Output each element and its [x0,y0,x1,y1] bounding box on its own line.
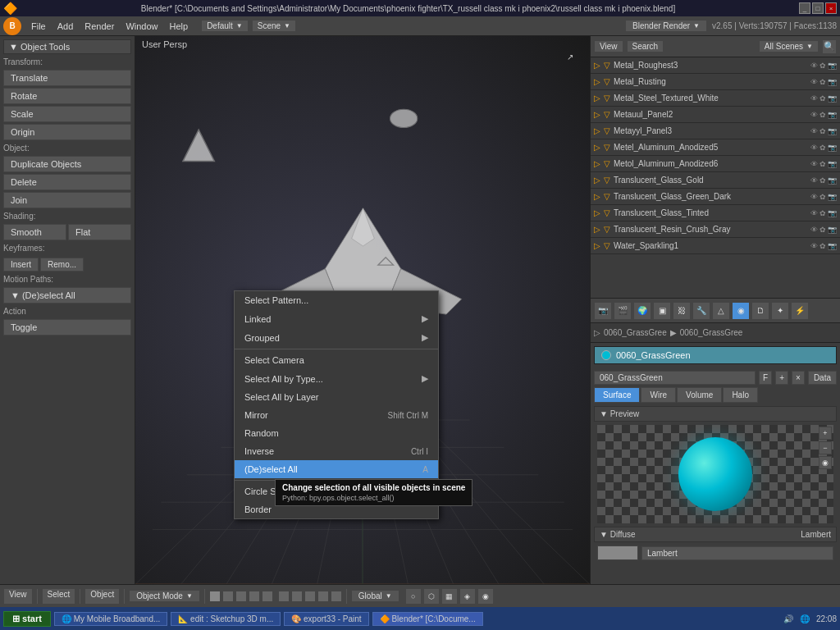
material-view-btn[interactable]: ◈ [459,588,476,605]
object-props-btn[interactable]: ▣ [653,302,671,320]
list-item[interactable]: ▷ ▽ Metayyl_Panel3 👁 ✿ 📷 [591,123,840,139]
cursor-icon[interactable]: ✿ [819,193,826,201]
ctx-select-all-layer[interactable]: Select All by Layer [235,388,438,406]
render-icon[interactable]: 📷 [828,127,837,135]
render-icon[interactable]: 📷 [828,62,837,70]
render-icon[interactable]: 📷 [828,193,837,201]
layer-btn-4[interactable] [249,591,260,602]
texture-props-btn[interactable]: 🗋 [751,302,769,320]
eye-icon[interactable]: 👁 [810,176,818,185]
eye-icon[interactable]: 👁 [810,193,818,201]
list-item[interactable]: ▷ ▽ Translucent_Resin_Crush_Gray 👁 ✿ 📷 [591,221,840,238]
rotate-button[interactable]: Rotate [3,88,131,104]
layer-btn-8[interactable] [304,591,316,602]
layer-btn-1[interactable] [209,591,221,602]
cursor-icon[interactable]: ✿ [819,94,826,103]
render-props-btn[interactable]: 📷 [594,302,612,320]
taskbar-item-browser[interactable]: 🌐 My Mobile Broadband... [54,612,167,626]
close-button[interactable]: × [825,2,837,14]
flat-button[interactable]: Flat [68,224,131,240]
outliner-search-icon-btn[interactable]: 🔍 [822,39,837,54]
breadcrumb-item-1[interactable]: 0060_GrassGree [604,328,667,337]
renderer-selector[interactable]: Blender Render [632,21,690,30]
ctx-random[interactable]: Random [235,424,438,442]
render-icon[interactable]: 📷 [828,209,837,217]
rendered-view-btn[interactable]: ◉ [477,588,494,605]
material-button[interactable]: 0060_GrassGreen [594,346,837,364]
taskbar-item-blender[interactable]: 🔶 Blender* [C:\Docume... [372,612,483,626]
viewport-view-btn[interactable]: View [3,588,33,605]
wire-tab[interactable]: Wire [641,387,676,403]
material-props-btn[interactable]: ◉ [732,302,750,320]
cursor-icon[interactable]: ✿ [819,226,826,234]
ctx-select-camera[interactable]: Select Camera [235,351,438,369]
eye-icon[interactable]: 👁 [810,62,818,70]
layer-btn-9[interactable] [317,591,329,602]
render-icon[interactable]: 📷 [828,160,837,168]
eye-icon[interactable]: 👁 [810,127,818,135]
ctx-inverse[interactable]: Inverse Ctrl I [235,442,438,460]
start-button[interactable]: ⊞ start [3,611,51,627]
list-item[interactable]: ▷ ▽ Metal_Roughest3 👁 ✿ 📷 [591,57,840,74]
mat-data-btn[interactable]: Data [808,371,837,385]
surface-tab[interactable]: Surface [594,387,640,403]
list-item[interactable]: ▷ ▽ Metol_Aluminum_Anodized6 👁 ✿ 📷 [591,156,840,172]
preview-zoom-in[interactable]: + [819,427,832,440]
eye-icon[interactable]: 👁 [810,144,818,152]
list-item[interactable]: ▷ ▽ Metal_Rusting 👁 ✿ 📷 [591,74,840,90]
render-icon[interactable]: 📷 [828,242,837,250]
cursor-icon[interactable]: ✿ [819,78,826,86]
render-icon[interactable]: 📷 [828,111,837,119]
cursor-icon[interactable]: ✿ [819,144,826,152]
list-item[interactable]: ▷ ▽ Metel_Aluminum_Anodized5 👁 ✿ 📷 [591,139,840,156]
layer-btn-10[interactable] [331,591,342,602]
cursor-icon[interactable]: ✿ [819,176,826,185]
diffuse-color-swatch[interactable] [597,546,638,560]
breadcrumb-item-2[interactable]: 0060_GrassGree [680,328,743,337]
mat-x-btn[interactable]: × [792,371,805,385]
layer-btn-7[interactable] [291,591,303,602]
cursor-icon[interactable]: ✿ [819,127,826,135]
data-props-btn[interactable]: △ [712,302,730,320]
eye-icon[interactable]: 👁 [810,226,818,234]
list-item[interactable]: ▷ ▽ Translucent_Glass_Gold 👁 ✿ 📷 [591,172,840,189]
duplicate-objects-button[interactable]: Duplicate Objects [3,156,131,172]
object-mode-selector[interactable]: Object Mode ▼ [129,590,200,602]
menu-file[interactable]: File [26,20,51,33]
ctx-grouped[interactable]: Grouped ▶ [235,328,438,347]
eye-icon[interactable]: 👁 [810,111,818,119]
scene-scope-selector[interactable]: All Scenes ▼ [759,40,819,52]
halo-tab[interactable]: Halo [723,387,758,403]
list-item[interactable]: ▷ ▽ Metal_Steel_Textured_White 👁 ✿ 📷 [591,90,840,107]
ctx-select-pattern[interactable]: Select Pattern... [235,291,438,309]
render-icon[interactable]: 📷 [828,78,837,86]
mat-plus-btn[interactable]: + [775,371,788,385]
render-icon[interactable]: 📷 [828,144,837,152]
render-icon[interactable]: 📷 [828,94,837,103]
eye-icon[interactable]: 👁 [810,209,818,217]
ctx-mirror[interactable]: Mirror Shift Ctrl M [235,406,438,424]
scene-field[interactable]: Scene [258,21,281,30]
cursor-icon[interactable]: ✿ [819,111,826,119]
smooth-button[interactable]: Smooth [3,224,66,240]
volume-tab[interactable]: Volume [677,387,722,403]
keyframes-insert-tab[interactable]: Insert [3,258,39,272]
texture-view-btn[interactable]: ▦ [441,588,458,605]
cursor-icon[interactable]: ✿ [819,160,826,168]
particles-btn[interactable]: ✦ [771,302,789,320]
scene-props-btn[interactable]: 🎬 [614,302,632,320]
eye-icon[interactable]: 👁 [810,242,818,250]
eye-icon[interactable]: 👁 [810,160,818,168]
delete-button[interactable]: Delete [3,174,131,190]
viewport-object-btn[interactable]: Object [84,588,120,605]
list-item[interactable]: ▷ ▽ Water_Sparkling1 👁 ✿ 📷 [591,238,840,254]
cursor-icon[interactable]: ✿ [819,209,826,217]
modifiers-btn[interactable]: 🔧 [692,302,710,320]
physics-btn[interactable]: ⚡ [791,302,809,320]
cursor-icon[interactable]: ✿ [819,62,826,70]
origin-button[interactable]: Origin [3,124,131,140]
list-item[interactable]: ▷ ▽ Translucent_Glass_Green_Dark 👁 ✿ 📷 [591,189,840,205]
object-tools-header[interactable]: ▼ Object Tools [3,39,131,54]
keyframes-remove-tab[interactable]: Remo... [40,258,84,272]
join-button[interactable]: Join [3,192,131,208]
